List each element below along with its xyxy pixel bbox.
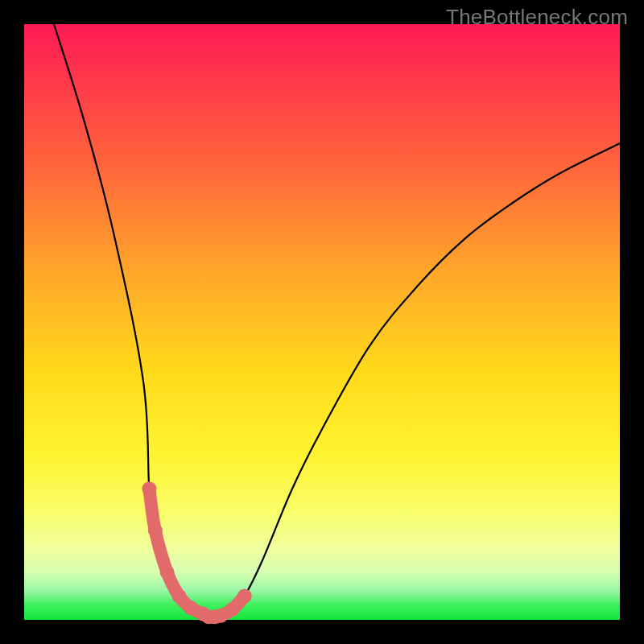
chart-frame: TheBottleneck.com	[0, 0, 644, 644]
fit-marker	[171, 588, 186, 603]
bottleneck-curve	[54, 24, 620, 617]
fit-marker	[148, 523, 163, 538]
fit-marker	[237, 588, 252, 603]
fit-marker	[225, 602, 240, 617]
curve-layer	[24, 24, 620, 620]
fit-region-overlay	[149, 489, 244, 617]
plot-area	[24, 24, 620, 620]
fit-marker	[142, 481, 156, 496]
fit-marker	[160, 565, 175, 580]
